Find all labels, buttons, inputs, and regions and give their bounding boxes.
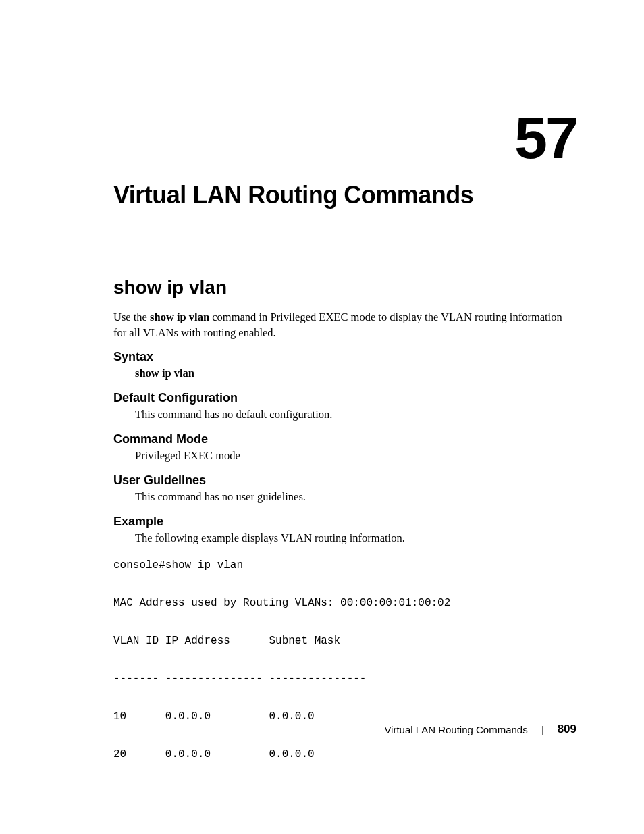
page-footer: Virtual LAN Routing Commands | 809 — [384, 723, 576, 736]
example-heading: Example — [113, 515, 576, 529]
syntax-heading: Syntax — [113, 350, 576, 364]
section-intro: Use the show ip vlan command in Privileg… — [113, 309, 576, 340]
intro-command-bold: show ip vlan — [150, 311, 209, 323]
example-text: The following example displays VLAN rout… — [135, 531, 576, 545]
chapter-title: Virtual LAN Routing Commands — [113, 181, 576, 209]
footer-page-number: 809 — [558, 723, 576, 736]
chapter-number: 57 — [113, 108, 576, 167]
default-config-heading: Default Configuration — [113, 391, 576, 405]
footer-title: Virtual LAN Routing Commands — [384, 724, 527, 735]
default-config-text: This command has no default configuratio… — [135, 408, 576, 421]
footer-separator: | — [541, 724, 544, 735]
user-guidelines-heading: User Guidelines — [113, 473, 576, 488]
command-mode-heading: Command Mode — [113, 432, 576, 446]
syntax-command-text: show ip vlan — [135, 367, 194, 380]
syntax-command: show ip vlan — [135, 367, 576, 380]
section-title: show ip vlan — [113, 277, 576, 298]
page-content: 57 Virtual LAN Routing Commands show ip … — [0, 0, 644, 764]
intro-text-pre: Use the — [113, 311, 150, 323]
command-mode-text: Privileged EXEC mode — [135, 449, 576, 463]
user-guidelines-text: This command has no user guidelines. — [135, 490, 576, 504]
